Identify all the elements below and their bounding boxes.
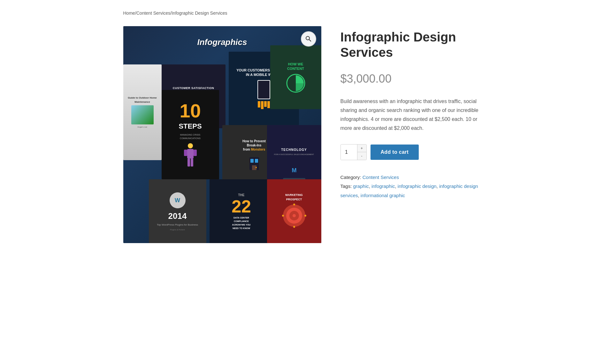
quantity-increment-button[interactable]: + xyxy=(357,145,366,152)
svg-point-11 xyxy=(256,167,257,168)
thumb-how-we-content: HOW WECONTENT xyxy=(270,45,321,109)
steps-number: 10 xyxy=(180,101,201,121)
svg-rect-9 xyxy=(255,159,258,163)
tag-link-4[interactable]: informational graphic xyxy=(361,193,405,198)
guide-label: Guide to Outdoor Home Maintenance xyxy=(126,96,159,104)
quantity-buttons: + - xyxy=(357,145,366,160)
svg-rect-5 xyxy=(187,159,190,167)
breadcrumb: Home/Content Services/Infographic Design… xyxy=(123,10,481,17)
product-image-wrapper: Infographics Guide to Outdoor Home Maint… xyxy=(123,26,321,243)
dc-subtitle: DATA CENTERCOMPLIANCEACRONYMS YOUNEED TO… xyxy=(232,216,251,230)
thumb-prospect: MARKETING PROSPECT xyxy=(267,179,321,243)
zoom-button[interactable] xyxy=(301,31,316,47)
svg-rect-2 xyxy=(187,149,194,159)
svg-rect-8 xyxy=(250,159,254,163)
svg-point-1 xyxy=(188,143,193,148)
svg-point-22 xyxy=(293,214,296,217)
product-image-title: Infographics xyxy=(197,36,247,49)
category-row: Category: Content Services xyxy=(340,173,481,182)
steps-label: STEPS xyxy=(179,121,202,132)
steps-subtitle: MANAGING CRISISCOMMUNICATIONS xyxy=(180,133,201,140)
page-wrapper: Home/Content Services/Infographic Design… xyxy=(111,0,494,253)
product-title: Infographic Design Services xyxy=(340,29,481,60)
svg-point-23 xyxy=(293,204,295,205)
category-label: Category: xyxy=(340,175,361,180)
quantity-decrement-button[interactable]: - xyxy=(357,152,366,160)
svg-point-24 xyxy=(293,226,295,228)
svg-text:M: M xyxy=(292,167,296,174)
hwc-title: HOW WECONTENT xyxy=(287,62,304,71)
product-layout: Infographics Guide to Outdoor Home Maint… xyxy=(123,26,481,243)
tag-link-2[interactable]: infographic design xyxy=(398,183,437,189)
prospect-label: MARKETING xyxy=(285,193,303,197)
svg-point-25 xyxy=(282,215,284,217)
svg-rect-6 xyxy=(191,159,193,167)
dc-number: 22 xyxy=(232,198,251,215)
product-image: Infographics Guide to Outdoor Home Maint… xyxy=(123,26,321,243)
thumb-guide: Guide to Outdoor Home Maintenance Angie'… xyxy=(123,64,162,160)
thumb-22-data-center: THE 22 DATA CENTERCOMPLIANCEACRONYMS YOU… xyxy=(210,179,273,243)
product-meta: Category: Content Services Tags: graphic… xyxy=(340,173,481,200)
bi-title: How to PreventBreak-Insfrom Monsters xyxy=(242,139,266,152)
wp-year: 2014 xyxy=(168,210,187,223)
svg-point-26 xyxy=(304,215,306,217)
product-price: $3,000.00 xyxy=(340,70,481,88)
tag-link-0[interactable]: graphic xyxy=(353,183,369,189)
tags-label: Tags: xyxy=(340,183,352,189)
breadcrumb-text: Home/Content Services/Infographic Design… xyxy=(123,11,227,16)
tech-title: TECHNOLOGY xyxy=(281,147,307,152)
quantity-wrapper: + - xyxy=(340,144,367,160)
add-to-cart-button[interactable]: Add to cart xyxy=(371,145,419,160)
product-details: Infographic Design Services $3,000.00 Bu… xyxy=(340,26,481,200)
thumb-10-steps: 10 STEPS MANAGING CRISISCOMMUNICATIONS xyxy=(162,90,219,179)
prospect-sublabel: PROSPECT xyxy=(286,197,302,202)
tags-row: Tags: graphic, infographic, infographic … xyxy=(340,182,481,200)
thumb-wordpress-2014: W 2014 Top WordPress Plugins for Busines… xyxy=(149,179,206,243)
svg-rect-3 xyxy=(184,150,187,156)
quantity-input[interactable] xyxy=(341,145,357,160)
category-link[interactable]: Content Services xyxy=(363,175,399,180)
tag-link-1[interactable]: infographic xyxy=(371,183,395,189)
wp-subtitle: Top WordPress Plugins for Business xyxy=(157,223,198,227)
svg-rect-4 xyxy=(194,150,197,156)
wp-logo: W xyxy=(170,192,186,208)
image-collage: Guide to Outdoor Home Maintenance Angie'… xyxy=(123,26,321,243)
quantity-cart-row: + - Add to cart xyxy=(340,144,481,160)
product-description: Build awareness with an infographic that… xyxy=(340,97,481,133)
